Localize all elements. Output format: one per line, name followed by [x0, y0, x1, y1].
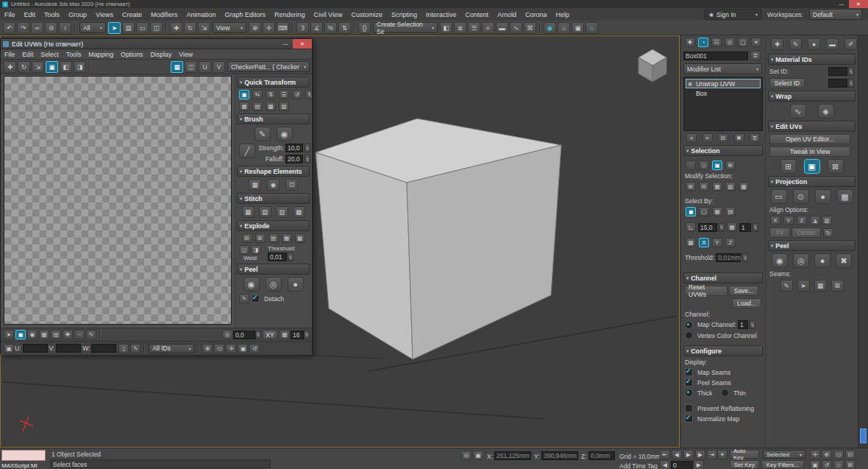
lock-icon[interactable]: ▯ — [118, 344, 129, 353]
prevent-reflattening-checkbox[interactable] — [685, 404, 693, 412]
move-icon[interactable]: ✚ — [4, 61, 16, 73]
go-to-end-icon[interactable]: ⇥ — [707, 450, 717, 459]
spinner-icon[interactable]: ⇅ — [742, 253, 748, 262]
spinner-icon[interactable]: ⇅ — [750, 320, 755, 329]
spinner-icon[interactable]: ⇅ — [848, 67, 854, 76]
selection-filter-dropdown[interactable]: All ▾ — [79, 22, 106, 33]
break-icon[interactable]: ⊟ — [242, 233, 252, 243]
orbit-icon[interactable]: ↺ — [822, 460, 832, 469]
axis-y-toggle[interactable]: Y — [712, 238, 722, 247]
z-coord-field[interactable]: 0,0mm — [588, 451, 615, 460]
viewport-layout-icon[interactable]: ⊞ — [845, 460, 855, 469]
select-and-manipulate-icon[interactable]: ✛ — [263, 22, 275, 34]
rotate-cw-icon[interactable]: ↻ — [305, 90, 311, 99]
use-pivot-center-icon[interactable]: ⊕ — [249, 22, 261, 34]
v-tile-toggle[interactable]: V — [213, 61, 225, 73]
smooth-brush-icon[interactable]: ◉ — [267, 179, 280, 191]
mirror-h-icon[interactable]: ◧ — [60, 61, 72, 73]
menu-arnold[interactable]: Arnold — [493, 10, 521, 19]
y-coord-field[interactable]: 390,946mm — [541, 451, 578, 460]
u-tile-toggle[interactable]: U — [199, 61, 211, 73]
expand-selection-icon[interactable]: ⊞ — [686, 182, 696, 191]
uv-vertex-mode-icon[interactable]: ▤ — [51, 330, 61, 339]
zoom-icon[interactable]: ⊕ — [202, 344, 213, 353]
uvw-minimize-button[interactable]: — — [278, 41, 293, 46]
menu-file[interactable]: File — [0, 10, 20, 19]
rollout-configure[interactable]: ▾ Configure — [683, 345, 763, 356]
select-id-field[interactable] — [828, 79, 847, 88]
explode-by-material-icon[interactable]: ▦ — [282, 233, 292, 243]
shrink-selection-icon[interactable]: − — [74, 330, 85, 339]
reset-projection-icon[interactable]: ↻ — [823, 228, 833, 238]
menu-interactive[interactable]: Interactive — [421, 10, 461, 19]
space-horizontal-icon[interactable]: ▦ — [239, 102, 249, 111]
menu-content[interactable]: Content — [460, 10, 493, 19]
uvw-title-bar[interactable]: Edit UVWs (Не отвечает) — ✕ — [1, 39, 312, 49]
backface-cull-icon[interactable]: ▩ — [686, 238, 696, 247]
show-map-icon[interactable]: ▦ — [171, 61, 183, 73]
detach-checkbox[interactable] — [252, 295, 260, 303]
falloff-field[interactable]: 20,0 — [285, 155, 303, 163]
spinner-icon[interactable]: ⇅ — [719, 223, 725, 232]
spherical-map-icon[interactable]: ● — [815, 189, 831, 204]
create-tab-icon[interactable]: ✚ — [685, 38, 695, 47]
menu-civil-view[interactable]: Civil View — [310, 10, 347, 19]
save-uvws-button[interactable]: Save... — [729, 286, 758, 296]
uv-edit-c-icon[interactable]: ⊠ — [828, 159, 844, 174]
u-field[interactable] — [23, 344, 48, 353]
freeform-gizmo-icon[interactable]: ▣ — [46, 61, 58, 73]
map-seams-checkbox[interactable] — [685, 368, 693, 376]
rollout-material-ids[interactable]: ▾ Material IDs — [768, 54, 855, 65]
ribbon-icon[interactable]: ▬ — [496, 22, 508, 34]
menu-customize[interactable]: Customize — [346, 10, 387, 19]
pen-tool-icon[interactable]: ✐ — [844, 38, 857, 50]
point-to-point-seam-icon[interactable]: ➤ — [797, 280, 810, 292]
rollout-explode[interactable]: ▾ Explode — [237, 220, 310, 231]
render-setup-icon[interactable]: ♨ — [558, 22, 570, 34]
menu-modifiers[interactable]: Modifiers — [146, 10, 182, 19]
menu-scripting[interactable]: Scripting — [387, 10, 421, 19]
rollout-peel-uvw[interactable]: ▾ Peel — [237, 264, 310, 275]
edit-uvws-window[interactable]: Edit UVWs (Не отвечает) — ✕ FileEditSele… — [0, 38, 313, 354]
axis-z-toggle[interactable]: Z — [725, 238, 736, 247]
reference-coordsys-dropdown[interactable]: View ▾ — [213, 22, 246, 33]
layer-explorer-icon[interactable]: ≡ — [482, 22, 494, 34]
align-z-button[interactable]: Z — [797, 216, 807, 225]
mirror-icon[interactable]: ◧ — [440, 22, 452, 34]
uvw-menu-select[interactable]: Select — [37, 51, 62, 58]
uv-edit-a-icon[interactable]: ⊞ — [780, 159, 797, 174]
peel-mode-icon[interactable]: ◎ — [793, 253, 809, 268]
stitch-target-icon[interactable]: ▩ — [293, 206, 305, 218]
modify-tab-icon[interactable]: ◔ — [698, 38, 708, 47]
align-horizontal-icon[interactable]: ⇆ — [252, 90, 263, 99]
fov-icon[interactable]: ◇ — [833, 460, 844, 469]
align-vertical-icon[interactable]: ⇅ — [266, 90, 276, 99]
set-key-button[interactable]: Set Key — [730, 460, 759, 469]
vertex-subobject-icon[interactable]: ∙ — [686, 161, 696, 170]
menu-tools[interactable]: Tools — [40, 10, 64, 19]
spinner-icon[interactable]: ⇅ — [848, 79, 854, 88]
spline-wrap-icon[interactable]: ∿ — [790, 104, 806, 119]
spinner-icon[interactable]: ⇅ — [305, 144, 310, 152]
absolute-typein-icon[interactable]: ▣ — [4, 344, 14, 353]
layer-icon[interactable]: ≣ — [750, 51, 761, 60]
maxscript-mini-listener[interactable]: MAXScript Mi — [1, 462, 37, 469]
menu-group[interactable]: Group — [64, 10, 91, 19]
straighten-icon[interactable]: ⊡ — [285, 179, 298, 191]
menu-corona[interactable]: Corona — [521, 10, 552, 19]
rect-tool-icon[interactable]: ▬ — [826, 38, 839, 50]
grid-size-field[interactable]: 16 — [291, 331, 304, 339]
thin-radio[interactable] — [721, 389, 729, 397]
rotate-ccw-icon[interactable]: ↺ — [292, 90, 302, 99]
object-name-field[interactable]: Box001 — [683, 52, 748, 60]
spinner-icon[interactable]: ⇅ — [305, 155, 310, 163]
edit-seams-icon[interactable]: ✎ — [239, 294, 249, 303]
distribute-icon[interactable]: ▩ — [266, 102, 276, 111]
linear-align-icon[interactable]: ☰ — [279, 90, 289, 99]
rollout-wrap[interactable]: ▾ Wrap — [768, 91, 855, 102]
play-icon[interactable]: ▶ — [683, 450, 694, 459]
unlink-selection-icon[interactable]: ⊘ — [45, 22, 57, 34]
spinner-icon[interactable]: ⇅ — [255, 331, 261, 339]
align-to-view-icon[interactable]: ▥ — [822, 216, 832, 225]
view-cube[interactable] — [638, 49, 666, 82]
